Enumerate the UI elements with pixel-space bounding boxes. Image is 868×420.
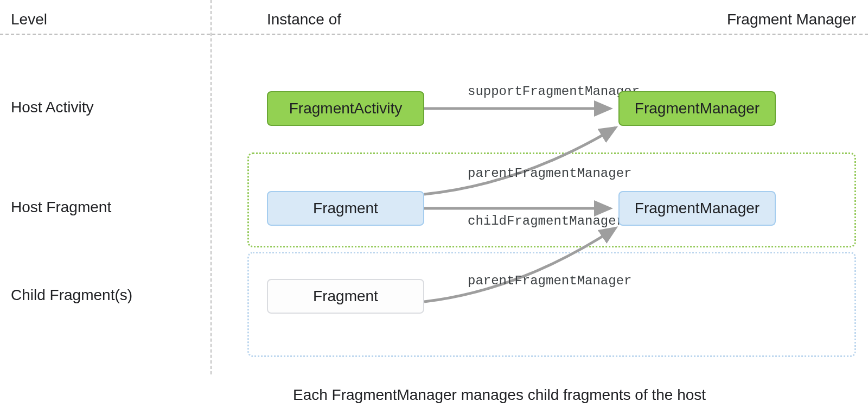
header-divider: [0, 34, 868, 35]
box-fragment-blue: Fragment: [267, 191, 424, 226]
row-label-host-fragment: Host Fragment: [11, 199, 111, 216]
header-fragment-manager: Fragment Manager: [607, 11, 856, 28]
box-fragment-manager-blue: FragmentManager: [618, 191, 776, 226]
edge-label-parent-fm-2: parentFragmentManager: [468, 273, 631, 288]
column-divider: [210, 0, 212, 374]
edge-label-parent-fm-1: parentFragmentManager: [468, 166, 631, 181]
header-instance-of: Instance of: [267, 11, 341, 28]
box-fragment-white: Fragment: [267, 279, 424, 314]
edge-label-child-fm: childFragmentManager: [468, 214, 624, 228]
box-label: Fragment: [313, 200, 378, 217]
box-label: FragmentActivity: [289, 100, 403, 117]
box-label: Fragment: [313, 288, 378, 305]
box-fragment-activity: FragmentActivity: [267, 91, 424, 126]
box-label: FragmentManager: [635, 100, 760, 117]
row-label-child-fragments: Child Fragment(s): [11, 287, 132, 304]
box-label: FragmentManager: [635, 200, 760, 217]
row-label-host-activity: Host Activity: [11, 99, 93, 116]
box-fragment-manager-green: FragmentManager: [618, 91, 776, 126]
edge-label-support-fm: supportFragmentManager: [468, 84, 640, 99]
diagram-caption: Each FragmentManager manages child fragm…: [293, 386, 706, 404]
header-level: Level: [11, 11, 47, 28]
